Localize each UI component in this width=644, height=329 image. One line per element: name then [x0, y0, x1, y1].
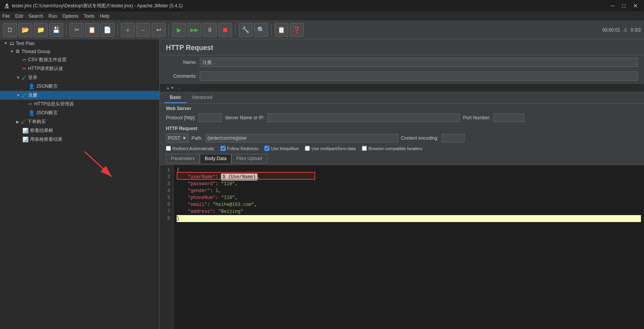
menu-tools[interactable]: Tools	[84, 13, 94, 19]
tree-item-test-plan[interactable]: ▼ 🗂 Test Plan	[0, 39, 159, 47]
clear-all-button[interactable]: 🔧	[239, 23, 253, 37]
separator-5	[271, 24, 271, 36]
code-line-1: {	[177, 167, 641, 174]
path-input[interactable]	[206, 134, 398, 142]
tree-item-order[interactable]: ▶ 🖊 下单购买	[0, 117, 159, 126]
function-helper-button[interactable]: 🔍	[254, 23, 268, 37]
timer-display: 00:00:01	[602, 27, 621, 33]
browser-compat-input[interactable]	[362, 146, 367, 151]
tree-item-register[interactable]: ▼ 🖊 注册	[0, 91, 159, 100]
menu-help[interactable]: Help	[100, 13, 109, 19]
register-icon: 🖊	[22, 92, 27, 98]
tree-item-http-defaults[interactable]: ✂ HTTP请求默认值	[0, 64, 159, 73]
comments-input[interactable]	[200, 72, 638, 81]
window-controls[interactable]: ─ □ ✕	[609, 3, 640, 9]
remove-button[interactable]: －	[136, 23, 150, 37]
sub-tab-parameters[interactable]: Parameters	[166, 154, 200, 163]
tree-item-csv[interactable]: ✂ CSV 数据文件设置	[0, 55, 159, 64]
login-icon: 🖊	[22, 75, 27, 80]
cut-button[interactable]: ✂	[70, 23, 84, 37]
test-plan-icon: 🗂	[9, 40, 14, 46]
table-results-icon: 📊	[22, 137, 28, 142]
tabs-bar: Basic Advanced	[160, 92, 644, 104]
multipart-label: Use multipart/form-data	[311, 146, 356, 151]
stop-button[interactable]: ⏹	[218, 23, 232, 37]
name-label: Name:	[166, 60, 197, 65]
comments-row: Comments:	[160, 69, 644, 83]
method-dropdown[interactable]: POST ▼	[166, 134, 189, 143]
open-button[interactable]: 📁	[34, 23, 48, 37]
multipart-input[interactable]	[305, 146, 310, 151]
tree-label-json-extractor-login: JSON断言	[36, 83, 58, 90]
log-viewer-button[interactable]: 📋	[274, 23, 288, 37]
open-templates-button[interactable]: 📂	[18, 23, 32, 37]
server-input[interactable]	[268, 114, 460, 122]
sub-tabs-bar: Parameters Body Data Files Upload	[160, 152, 644, 165]
tab-advanced[interactable]: Advanced	[186, 92, 217, 103]
name-input[interactable]	[200, 58, 638, 67]
tree-label-http-defaults: HTTP请求默认值	[28, 65, 63, 72]
code-line-2: "userName" : $ {UserName} ,	[177, 174, 641, 180]
expand-icon[interactable]: ▲▼	[166, 85, 174, 90]
tree-label-thread-group: Thread Group	[22, 49, 50, 54]
new-button[interactable]: 🗋	[3, 23, 17, 37]
protocol-input[interactable]	[199, 114, 222, 122]
tree-item-login[interactable]: ▼ 🖊 登录	[0, 73, 159, 82]
tree-item-json-extractor-register[interactable]: 👤 JSON断言	[0, 109, 159, 117]
method-value: POST	[168, 135, 181, 141]
sub-tab-files-upload[interactable]: Files Upload	[231, 154, 267, 163]
panel-divider: ▲▼ ...	[160, 83, 644, 92]
pause-button[interactable]: ⏸	[203, 23, 217, 37]
port-input[interactable]	[493, 114, 524, 122]
tree-item-table-results[interactable]: 📊 用表格察看结果	[0, 135, 159, 144]
http-request-section-label: HTTP Request	[160, 124, 644, 132]
tree-item-thread-group[interactable]: ▼ ⚙ Thread Group	[0, 47, 159, 55]
svg-line-1	[85, 152, 112, 177]
redirect-auto-input[interactable]	[166, 146, 171, 151]
tree-label-table-results: 用表格察看结果	[30, 136, 62, 143]
tree-label-order: 下单购买	[27, 119, 46, 125]
menu-file[interactable]: File	[2, 13, 10, 19]
tree-label-csv: CSV 数据文件设置	[28, 57, 67, 63]
copy-button[interactable]: 📋	[85, 23, 99, 37]
menu-options[interactable]: Options	[62, 13, 78, 19]
method-form: POST ▼ Path: Content encoding:	[160, 132, 644, 144]
tab-basic[interactable]: Basic	[164, 92, 186, 103]
separator-2	[117, 24, 118, 36]
paste-button[interactable]: 📄	[100, 23, 114, 37]
left-panel: ▼ 🗂 Test Plan ▼ ⚙ Thread Group ✂ CSV 数据文…	[0, 39, 160, 329]
undo-button[interactable]: ↩	[152, 23, 166, 37]
content-encoding-input[interactable]	[442, 134, 465, 142]
menu-edit[interactable]: Edit	[15, 13, 23, 19]
checkbox-multipart: Use multipart/form-data	[305, 146, 356, 151]
help-button[interactable]: ❓	[290, 23, 304, 37]
keepalive-input[interactable]	[264, 146, 269, 151]
follow-redirects-input[interactable]	[221, 146, 226, 151]
tree-item-result-tree[interactable]: 📊 察看结果树	[0, 126, 159, 135]
red-arrow-svg	[77, 148, 123, 186]
code-line-3: "password" : "110" ,	[177, 180, 641, 187]
start-button[interactable]: ▶	[172, 23, 186, 37]
tree-item-http-header[interactable]: ✂ HTTP信息头管理器	[0, 100, 159, 109]
code-content[interactable]: { "userName" : $ {UserName} , "password"…	[174, 165, 644, 329]
menu-run[interactable]: Run	[49, 13, 57, 19]
line-numbers: 1 2 3 4 5 6 7 8	[160, 165, 174, 329]
chevron-register: ▼	[16, 93, 20, 97]
path-label: Path:	[192, 135, 202, 141]
save-button[interactable]: 💾	[49, 23, 63, 37]
code-line-5: "phoneNum" : "110" ,	[177, 194, 641, 201]
sub-tab-body-data[interactable]: Body Data	[200, 154, 231, 163]
code-line-4: "gender" : 1 ,	[177, 187, 641, 194]
start-no-pause-button[interactable]: ▶▶	[187, 23, 201, 37]
web-server-label: Web Server	[160, 104, 644, 112]
code-editor[interactable]: 1 2 3 4 5 6 7 8 { "userName" : $ {UserN	[160, 165, 644, 329]
close-button[interactable]: ✕	[631, 3, 640, 9]
keepalive-label: Use KeepAlive	[271, 146, 299, 151]
minimize-button[interactable]: ─	[609, 3, 617, 9]
add-button[interactable]: ＋	[121, 23, 135, 37]
tree-item-json-extractor-login[interactable]: 👤 JSON断言	[0, 82, 159, 91]
right-panel: HTTP Request Name: Comments: ▲▼ ... Basi…	[160, 39, 644, 329]
toolbar-right: 00:00:01 ⚠ 0 0/2	[602, 27, 641, 33]
maximize-button[interactable]: □	[620, 3, 628, 9]
menu-search[interactable]: Search	[28, 13, 43, 19]
